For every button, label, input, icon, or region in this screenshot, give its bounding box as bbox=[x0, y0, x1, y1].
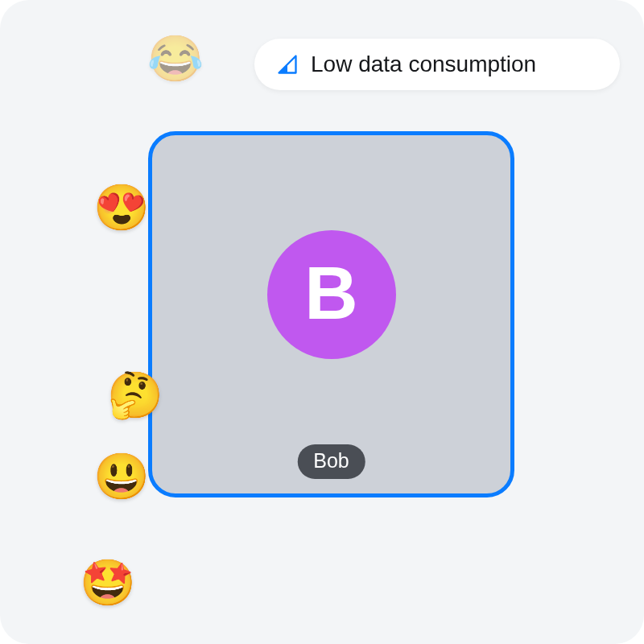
participant-name-badge: Bob bbox=[297, 444, 365, 479]
call-stage: Low data consumption B Bob 😂 😍 🤔 😃 🤩 bbox=[0, 0, 644, 644]
emoji-heart-eyes: 😍 bbox=[93, 185, 150, 230]
avatar-initial: B bbox=[304, 256, 357, 330]
emoji-joy: 😂 bbox=[147, 36, 204, 81]
participant-tile[interactable]: B Bob bbox=[148, 131, 514, 497]
emoji-smile: 😃 bbox=[93, 454, 150, 499]
low-data-label: Low data consumption bbox=[311, 52, 536, 77]
low-data-pill[interactable]: Low data consumption bbox=[254, 39, 620, 90]
emoji-star-eyes: 🤩 bbox=[80, 560, 136, 605]
avatar: B bbox=[267, 230, 396, 359]
signal-low-icon bbox=[275, 52, 299, 76]
participant-name: Bob bbox=[313, 449, 349, 472]
emoji-thinking: 🤔 bbox=[107, 373, 163, 418]
